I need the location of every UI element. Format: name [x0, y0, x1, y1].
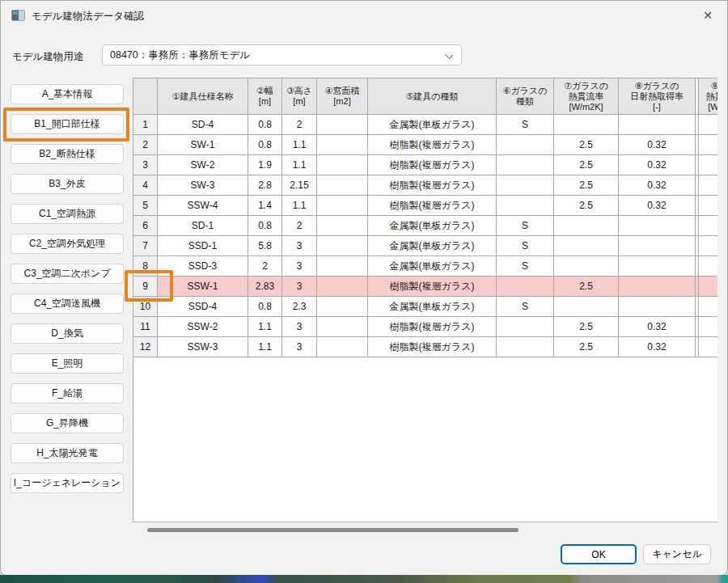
table-cell-w[interactable]: 2.83 — [248, 277, 282, 297]
table-cell-shgc[interactable]: 0.32 — [619, 317, 696, 337]
table-cell-u[interactable]: 2.5 — [554, 175, 619, 196]
table-cell-w[interactable]: 0.8 — [248, 297, 282, 317]
table-cell-type[interactable]: 金属製(単板ガラス) — [368, 216, 497, 236]
table-cell-name[interactable]: SSW-2 — [158, 317, 248, 337]
table-cell-h[interactable]: 3 — [282, 317, 317, 337]
table-cell-type[interactable]: 樹脂製(複層ガラス) — [368, 135, 497, 155]
table-cell-w[interactable]: 1.1 — [248, 337, 282, 357]
row-number-cell[interactable]: 12 — [133, 337, 158, 357]
table-cell-glass[interactable] — [497, 155, 554, 175]
table-cell-col9[interactable] — [699, 196, 717, 216]
table-cell-name[interactable]: SSW-4 — [158, 196, 248, 216]
table-cell-type[interactable]: 樹脂製(複層ガラス) — [368, 317, 497, 337]
table-cell-u[interactable]: 2.5 — [554, 155, 619, 175]
close-icon[interactable]: ✕ — [692, 4, 723, 27]
row-number-cell[interactable]: 2 — [133, 135, 158, 155]
sidebar-item-c4[interactable]: C4_空調送風機 — [11, 294, 124, 314]
table-cell-name[interactable]: SW-2 — [158, 155, 248, 175]
table-cell-glass[interactable] — [497, 277, 554, 297]
table-cell-type[interactable]: 金属製(単板ガラス) — [368, 256, 497, 277]
sidebar-item-h[interactable]: H_太陽光発電 — [11, 443, 124, 463]
table-cell-h[interactable]: 3 — [282, 236, 317, 256]
table-cell-shgc[interactable] — [619, 297, 696, 317]
table-cell-col9[interactable] — [699, 256, 717, 277]
table-cell-u[interactable]: 2.5 — [554, 196, 619, 216]
table-cell-col9[interactable] — [699, 297, 717, 317]
table-cell-name[interactable]: SSD-4 — [158, 297, 248, 317]
table-cell-glass[interactable] — [497, 196, 554, 216]
table-cell-name[interactable]: SW-3 — [158, 175, 248, 196]
sidebar-item-b1[interactable]: B1_開口部仕様 — [11, 114, 124, 134]
table-cell-u[interactable]: 2.5 — [554, 337, 619, 357]
table-cell-type[interactable]: 金属製(単板ガラス) — [368, 297, 497, 317]
table-cell-shgc[interactable] — [619, 277, 696, 297]
table-cell-col9[interactable] — [699, 277, 717, 297]
table-cell-shgc[interactable]: 0.32 — [619, 175, 696, 196]
table-cell-area[interactable] — [317, 337, 368, 357]
table-cell-shgc[interactable] — [619, 216, 696, 236]
table-cell-h[interactable]: 2.15 — [282, 175, 317, 196]
table-cell-col9[interactable] — [699, 115, 717, 135]
sidebar-item-d[interactable]: D_換気 — [11, 323, 124, 344]
sidebar-item-a[interactable]: A_基本情報 — [11, 84, 124, 104]
row-number-cell[interactable]: 8 — [133, 256, 158, 277]
table-cell-name[interactable]: SSW-3 — [158, 337, 248, 357]
usage-combobox[interactable]: 08470：事務所：事務所モデル — [102, 44, 462, 65]
table-cell-h[interactable]: 1.1 — [282, 135, 317, 155]
table-cell-col9[interactable] — [699, 135, 717, 155]
table-cell-glass[interactable] — [497, 337, 554, 357]
table-cell-u[interactable] — [554, 297, 619, 317]
table-cell-glass[interactable]: S — [497, 115, 554, 135]
table-cell-shgc[interactable] — [619, 256, 696, 277]
table-cell-col9[interactable] — [699, 236, 717, 256]
table-cell-name[interactable]: SW-1 — [158, 135, 248, 155]
sidebar-item-c1[interactable]: C1_空調熱源 — [11, 204, 124, 224]
table-cell-h[interactable]: 1.1 — [282, 196, 317, 216]
table-cell-shgc[interactable]: 0.32 — [619, 135, 696, 155]
table-cell-glass[interactable]: S — [497, 216, 554, 236]
sidebar-item-b3[interactable]: B3_外皮 — [11, 174, 124, 194]
table-cell-u[interactable] — [554, 256, 619, 277]
table-cell-w[interactable]: 1.1 — [248, 317, 282, 337]
table-cell-glass[interactable]: S — [497, 297, 554, 317]
table-cell-area[interactable] — [317, 277, 368, 297]
table-cell-area[interactable] — [317, 135, 368, 155]
table-cell-shgc[interactable] — [619, 236, 696, 256]
table-cell-u[interactable] — [554, 236, 619, 256]
table-cell-glass[interactable]: S — [497, 236, 554, 256]
table-cell-area[interactable] — [317, 256, 368, 277]
table-cell-w[interactable]: 0.8 — [248, 216, 282, 236]
table-cell-col9[interactable] — [699, 175, 717, 196]
table-cell-area[interactable] — [317, 155, 368, 175]
row-number-cell[interactable]: 11 — [133, 317, 158, 337]
table-cell-h[interactable]: 2.3 — [282, 297, 317, 317]
row-number-cell[interactable]: 4 — [133, 175, 158, 196]
table-cell-col9[interactable] — [699, 155, 717, 175]
table-cell-name[interactable]: SD-4 — [158, 115, 248, 135]
row-number-cell[interactable]: 5 — [133, 196, 158, 216]
table-cell-area[interactable] — [317, 297, 368, 317]
table-cell-col9[interactable] — [699, 337, 717, 357]
table-cell-u[interactable]: 2.5 — [554, 277, 619, 297]
table-cell-type[interactable]: 樹脂製(複層ガラス) — [368, 175, 497, 196]
table-cell-name[interactable]: SSD-3 — [158, 256, 248, 277]
table-cell-shgc[interactable]: 0.32 — [619, 155, 696, 175]
table-cell-type[interactable]: 樹脂製(複層ガラス) — [368, 337, 497, 357]
table-cell-name[interactable]: SSW-1 — [158, 277, 248, 297]
cancel-button[interactable]: キャンセル — [643, 544, 711, 564]
table-cell-type[interactable]: 金属製(単板ガラス) — [368, 236, 497, 256]
row-number-cell[interactable]: 9 — [133, 277, 158, 297]
sidebar-item-f[interactable]: F_給湯 — [11, 383, 124, 403]
row-number-cell[interactable]: 3 — [133, 155, 158, 175]
row-number-cell[interactable]: 1 — [133, 115, 158, 135]
table-cell-col9[interactable] — [699, 216, 717, 236]
table-cell-shgc[interactable] — [619, 115, 696, 135]
row-number-cell[interactable]: 10 — [133, 297, 158, 317]
table-cell-h[interactable]: 3 — [282, 256, 317, 277]
table-cell-u[interactable] — [554, 115, 619, 135]
table-cell-area[interactable] — [317, 236, 368, 256]
table-cell-glass[interactable] — [497, 175, 554, 196]
table-cell-area[interactable] — [317, 175, 368, 196]
table-cell-type[interactable]: 樹脂製(複層ガラス) — [368, 196, 497, 216]
sidebar-item-g[interactable]: G_昇降機 — [11, 413, 124, 433]
